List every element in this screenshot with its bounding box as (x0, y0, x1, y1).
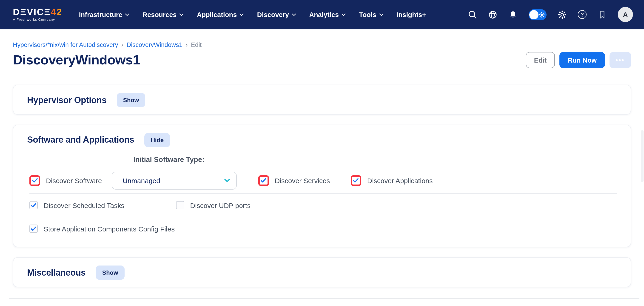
software-applications-hide-button[interactable]: Hide (144, 133, 170, 147)
theme-toggle[interactable] (528, 9, 546, 20)
page-header: DiscoveryWindows1 Edit Run Now ••• (13, 52, 631, 68)
search-icon[interactable] (468, 10, 477, 19)
theme-toggle-graphic (528, 9, 546, 20)
software-checkbox-row-2: Discover Scheduled Tasks Discover UDP po… (13, 194, 631, 217)
nav-item-applications[interactable]: Applications (197, 11, 244, 18)
logo-accent-text: 42 (51, 7, 62, 17)
discover-services-checkbox[interactable]: Discover Services (258, 175, 330, 186)
discover-software-checkbox[interactable]: Discover Software (30, 175, 102, 186)
nav-menu: Infrastructure Resources Applications Di… (79, 11, 426, 18)
bell-icon[interactable] (508, 10, 518, 19)
chevron-down-icon (240, 13, 244, 16)
nav-item-analytics[interactable]: Analytics (309, 11, 346, 18)
chevron-down-icon (224, 179, 230, 182)
logo-subtitle: A Freshworks Company (13, 18, 62, 22)
software-checkbox-row-1: Discover Software Unmanaged Discover Ser… (13, 167, 631, 193)
chevron-down-icon (125, 13, 129, 16)
breadcrumb-separator: › (186, 42, 188, 48)
edit-button[interactable]: Edit (526, 52, 555, 68)
checkbox-unchecked[interactable] (176, 201, 184, 209)
run-now-button[interactable]: Run Now (560, 52, 605, 68)
software-applications-card: Software and Applications Hide Initial S… (13, 125, 631, 247)
nav-item-resources[interactable]: Resources (142, 11, 184, 18)
nav-item-tools[interactable]: Tools (359, 11, 383, 18)
breadcrumb-link-job[interactable]: DiscoveryWindows1 (127, 42, 182, 48)
miscellaneous-title: Miscellaneous (27, 267, 86, 278)
footer-divider (9, 298, 640, 299)
breadcrumb-link-jobs[interactable]: Hypervisors/*nix/win for Autodiscovery (13, 42, 118, 48)
nav-utilities: ? A (468, 7, 633, 22)
hypervisor-options-card: Hypervisor Options Show (13, 85, 631, 115)
checkbox-checked-highlighted[interactable] (30, 175, 40, 186)
breadcrumb-separator: › (121, 42, 124, 48)
discover-scheduled-tasks-checkbox[interactable]: Discover Scheduled Tasks (30, 201, 124, 209)
software-checkbox-row-3: Store Application Components Config File… (13, 217, 631, 240)
discover-udp-ports-checkbox[interactable]: Discover UDP ports (176, 201, 250, 209)
checkbox-checked-highlighted[interactable] (258, 175, 269, 186)
user-avatar[interactable]: A (618, 7, 633, 22)
initial-software-type-dropdown[interactable]: Unmanaged (112, 171, 236, 189)
dropdown-selected-value: Unmanaged (122, 176, 224, 184)
scrollbar-thumb[interactable] (641, 130, 644, 182)
page-title: DiscoveryWindows1 (13, 53, 140, 68)
checkbox-checked-highlighted[interactable] (351, 175, 361, 186)
breadcrumb-current: Edit (191, 42, 202, 48)
device42-logo[interactable]: DΞVICΞ42 A Freshworks Company (13, 7, 62, 22)
header-divider (12, 76, 640, 76)
store-app-components-config-files-checkbox[interactable]: Store Application Components Config File… (30, 224, 175, 233)
discover-applications-checkbox[interactable]: Discover Applications (351, 175, 433, 186)
checkbox-checked[interactable] (30, 201, 38, 209)
hypervisor-options-show-button[interactable]: Show (116, 93, 145, 107)
miscellaneous-show-button[interactable]: Show (96, 265, 124, 280)
globe-icon[interactable] (488, 10, 497, 19)
chevron-down-icon (179, 13, 184, 16)
more-actions-button[interactable]: ••• (610, 52, 631, 68)
nav-item-infrastructure[interactable]: Infrastructure (79, 11, 130, 18)
chevron-down-icon (379, 13, 383, 16)
gear-icon[interactable] (558, 10, 567, 19)
nav-item-insights[interactable]: Insights+ (396, 11, 426, 18)
hypervisor-options-title: Hypervisor Options (27, 95, 106, 105)
logo-text: DΞVICΞ (13, 7, 51, 17)
nav-item-discovery[interactable]: Discovery (257, 11, 296, 18)
chevron-down-icon (342, 13, 346, 16)
page: DΞVICΞ42 A Freshworks Company Infrastruc… (0, 0, 644, 306)
initial-software-type-label: Initial Software Type: (133, 156, 631, 164)
miscellaneous-card: Miscellaneous Show (13, 257, 631, 287)
help-icon[interactable]: ? (578, 10, 586, 19)
software-applications-title: Software and Applications (27, 135, 134, 145)
top-nav: DΞVICΞ42 A Freshworks Company Infrastruc… (0, 0, 644, 30)
header-actions: Edit Run Now ••• (526, 52, 631, 68)
chevron-down-icon (292, 13, 296, 16)
bookmark-icon[interactable] (598, 10, 607, 19)
checkbox-checked[interactable] (30, 224, 38, 233)
breadcrumb: Hypervisors/*nix/win for Autodiscovery ›… (13, 42, 631, 48)
